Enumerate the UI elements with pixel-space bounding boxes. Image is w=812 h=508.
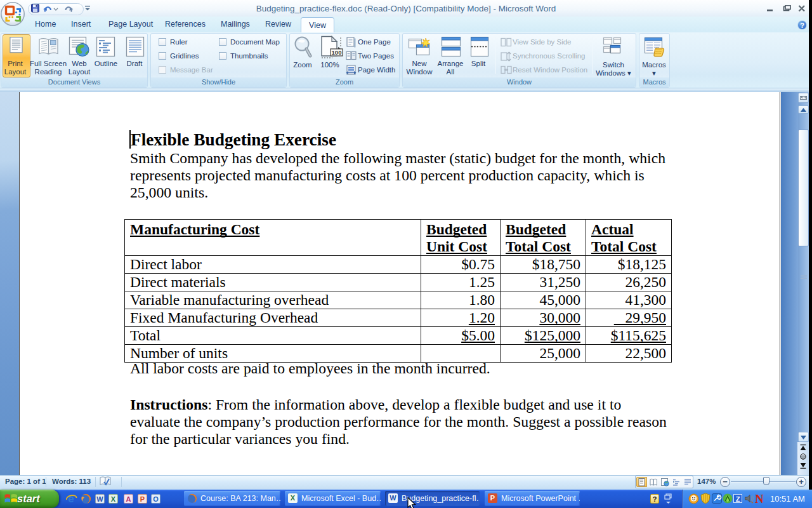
svg-text:e: e <box>68 493 74 505</box>
svg-text:100: 100 <box>332 49 342 56</box>
